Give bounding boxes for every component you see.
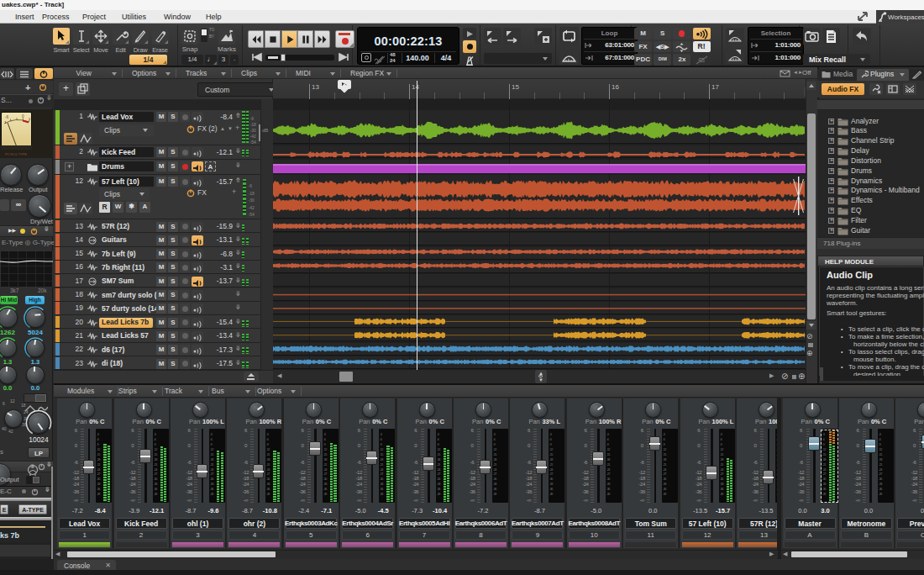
- svg-text:3: 3: [29, 117, 31, 121]
- svg-text:-6: -6: [5, 115, 8, 119]
- svg-text:0: 0: [22, 114, 24, 119]
